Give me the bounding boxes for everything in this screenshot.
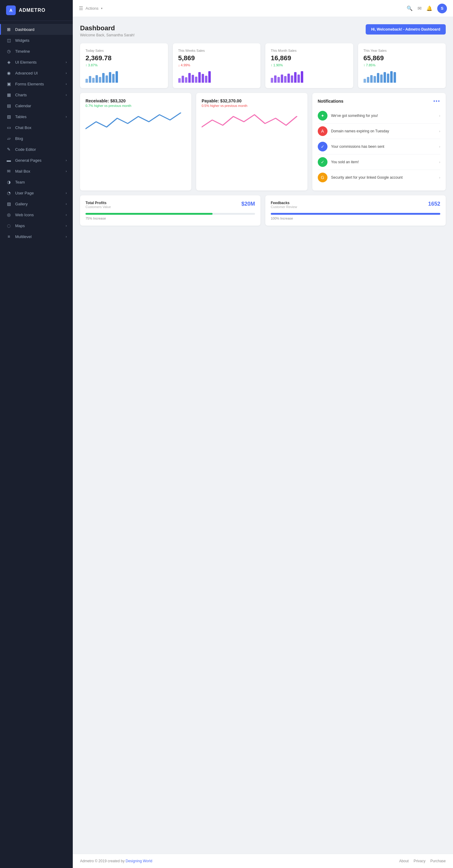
bar xyxy=(195,76,197,83)
notif-chevron-4: › xyxy=(439,176,440,179)
mini-chart-3 xyxy=(364,70,441,83)
sales-card-2: This Month Sales 16,869 ↑ 1.90% xyxy=(265,43,353,88)
notif-icon-2: ✓ xyxy=(318,142,328,151)
sidebar-label-charts: Charts xyxy=(15,93,62,97)
bar xyxy=(185,77,188,83)
web-icons-icon: ◎ xyxy=(6,212,11,217)
bar xyxy=(198,72,201,83)
notif-icon-4: G xyxy=(318,173,328,182)
notif-chevron-3: › xyxy=(439,160,440,164)
sidebar-item-mail-box[interactable]: ✉ Mail Box › xyxy=(0,166,73,177)
sidebar-item-widgets[interactable]: ◫ Widgets xyxy=(0,35,73,46)
bar xyxy=(291,75,293,83)
chevron-gallery: › xyxy=(66,202,67,206)
sidebar-item-general-pages[interactable]: ▬ General Pages › xyxy=(0,155,73,166)
sidebar-label-gallery: Gallery xyxy=(15,202,62,206)
bar xyxy=(367,77,369,83)
notif-title: Notifications xyxy=(318,99,343,103)
sidebar-label-maps: Maps xyxy=(15,223,62,228)
notif-item-0[interactable]: ✦ We've got something for you! › xyxy=(318,108,440,124)
card-value-1: 5,869 xyxy=(178,54,255,62)
page-title: Dashboard xyxy=(80,24,135,32)
footer-link-privacy[interactable]: Privacy xyxy=(414,859,425,863)
notif-text-4: Security alert for your linked Google ac… xyxy=(331,175,436,180)
logo-icon: A xyxy=(6,5,16,15)
sidebar-item-team[interactable]: ◑ Team xyxy=(0,177,73,187)
sidebar-item-chat-box[interactable]: ▭ Chat Box xyxy=(0,122,73,133)
sidebar-item-advanced-ui[interactable]: ◉ Advanced UI › xyxy=(0,67,73,79)
notif-chevron-1: › xyxy=(439,129,440,133)
widgets-icon: ◫ xyxy=(6,38,11,43)
mini-chart-1 xyxy=(178,70,255,83)
sidebar-item-web-icons[interactable]: ◎ Web Icons › xyxy=(0,209,73,220)
bar xyxy=(188,73,191,83)
notif-text-1: Domain names expiring on Tuesday xyxy=(331,129,436,133)
profit-sub-label-0: Customers Value xyxy=(85,205,111,209)
chevron-ui-elements: › xyxy=(66,61,67,64)
notif-item-4[interactable]: G Security alert for your linked Google … xyxy=(318,170,440,185)
bell-icon[interactable]: 🔔 xyxy=(426,5,432,11)
bar xyxy=(109,72,111,83)
chevron-multilevel: › xyxy=(66,235,67,238)
sidebar-label-team: Team xyxy=(15,180,67,184)
footer-brand-link[interactable]: Designing World xyxy=(125,859,152,863)
welcome-button[interactable]: Hi, Welcomeback! - Admetro Dashboard xyxy=(366,24,446,34)
footer-link-purchase[interactable]: Purchase xyxy=(430,859,446,863)
sidebar-label-user-page: User Page xyxy=(15,191,62,195)
notif-item-2[interactable]: ✓ Your commissions has been sent › xyxy=(318,139,440,154)
bar xyxy=(205,76,207,83)
avatar[interactable]: S xyxy=(437,4,447,13)
chart-title: Payable: $32,370.00 xyxy=(202,98,302,103)
sidebar-item-tables[interactable]: ▧ Tables › xyxy=(0,111,73,122)
sidebar-label-code-editor: Code Editor xyxy=(15,147,67,152)
notif-item-3[interactable]: ✓ You sold an item! › xyxy=(318,154,440,170)
footer-links: AboutPrivacyPurchase xyxy=(399,859,446,863)
sidebar-item-user-page[interactable]: ◔ User Page › xyxy=(0,187,73,198)
content-area: Dashboard Welcome Back, Samantha Sarah! … xyxy=(73,17,453,854)
search-icon[interactable]: 🔍 xyxy=(406,5,413,11)
card-value-2: 16,869 xyxy=(271,54,348,62)
notif-text-2: Your commissions has been sent xyxy=(331,145,436,149)
sidebar-label-multilevel: Multilevel xyxy=(15,235,62,239)
sidebar-item-calendar[interactable]: ▤ Calendar xyxy=(0,100,73,111)
bar xyxy=(208,71,211,83)
sidebar-item-forms-elements[interactable]: ▣ Forms Elements › xyxy=(0,79,73,89)
mail-icon[interactable]: ✉ xyxy=(418,5,422,11)
sidebar-item-timeline[interactable]: ◷ Timeline xyxy=(0,46,73,57)
sidebar-label-chat-box: Chat Box xyxy=(15,125,67,130)
hamburger-icon[interactable]: ☰ xyxy=(79,5,83,11)
chevron-maps: › xyxy=(66,224,67,227)
sidebar-item-maps[interactable]: ◌ Maps › xyxy=(0,220,73,231)
progress-bar-1 xyxy=(271,213,440,215)
profit-header-0: Total Profits Customers Value $20M xyxy=(85,201,255,209)
notif-chevron-0: › xyxy=(439,114,440,118)
footer-link-about[interactable]: About xyxy=(399,859,409,863)
sidebar-item-gallery[interactable]: ▨ Gallery › xyxy=(0,198,73,209)
topbar: ☰ Actions ▾ 🔍 ✉ 🔔 S xyxy=(73,0,453,17)
bar xyxy=(102,73,105,83)
profit-value-0: $20M xyxy=(242,201,255,207)
sidebar-item-code-editor[interactable]: ✎ Code Editor xyxy=(0,144,73,155)
progress-label-1: 100% Increase xyxy=(271,217,440,220)
actions-button[interactable]: Actions xyxy=(85,6,98,10)
card-value-3: 65,869 xyxy=(364,54,441,62)
notif-more-button[interactable]: ••• xyxy=(433,98,440,104)
sidebar-item-dashboard[interactable]: ⊞ Dashboard xyxy=(0,24,73,35)
profit-sub-label-1: Customer Review xyxy=(271,205,297,209)
team-icon: ◑ xyxy=(6,180,11,184)
sidebar-item-charts[interactable]: ▦ Charts › xyxy=(0,89,73,100)
chevron-forms-elements: › xyxy=(66,82,67,86)
tables-icon: ▧ xyxy=(6,114,11,119)
sidebar-item-ui-elements[interactable]: ◈ UI Elements › xyxy=(0,57,73,67)
progress-bar-wrap-1 xyxy=(271,213,440,215)
chevron-tables: › xyxy=(66,115,67,118)
notif-text-3: You sold an item! xyxy=(331,160,436,164)
main-content: ☰ Actions ▾ 🔍 ✉ 🔔 S Dashboard Welcome Ba… xyxy=(73,0,453,868)
notif-item-1[interactable]: A Domain names expiring on Tuesday › xyxy=(318,124,440,139)
sidebar-item-blog[interactable]: ▱ Blog xyxy=(0,133,73,144)
gallery-icon: ▨ xyxy=(6,202,11,206)
calendar-icon: ▤ xyxy=(6,103,11,108)
sidebar-item-multilevel[interactable]: ≡ Multilevel › xyxy=(0,231,73,242)
bar xyxy=(99,77,101,83)
bar xyxy=(281,74,283,83)
